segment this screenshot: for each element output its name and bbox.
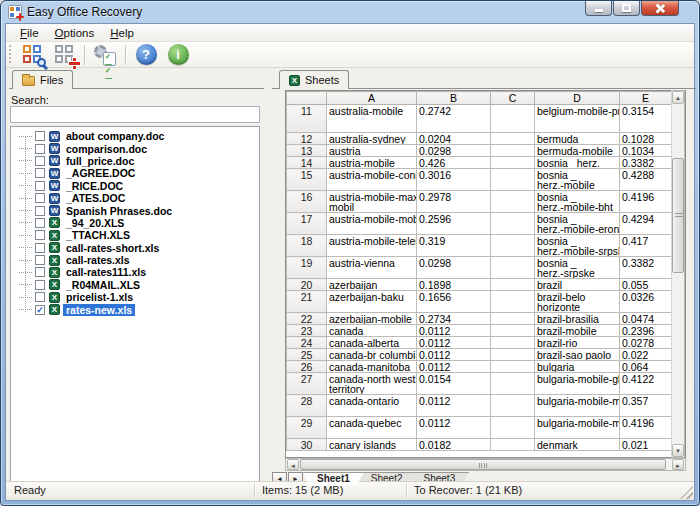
row-header: 16 — [287, 191, 327, 213]
table-row: 11australia-mobile0.2742belgium-mobile-p… — [287, 105, 672, 133]
maximize-button[interactable] — [613, 1, 640, 16]
scroll-down-icon[interactable]: ▼ — [672, 444, 684, 457]
about-button[interactable]: i — [162, 43, 194, 67]
file-checkbox[interactable] — [35, 230, 45, 240]
file-checkbox[interactable] — [35, 156, 45, 166]
spreadsheet-grid: ABCDE11australia-mobile0.2742belgium-mob… — [285, 90, 686, 458]
file-name: Spanish Phrases.doc — [63, 205, 175, 217]
table-row: 25canada-br columbia0.0112brazil-sao pao… — [287, 349, 672, 361]
toolbar-grip-icon — [9, 45, 13, 65]
file-checkbox[interactable] — [35, 280, 45, 290]
file-checkbox[interactable] — [35, 218, 45, 228]
file-checkbox[interactable] — [35, 292, 45, 302]
tab-sheets[interactable]: X Sheets — [279, 70, 349, 89]
cell-a23: canada — [327, 325, 417, 337]
table-row: 30canary islands0.0182denmark0.021 — [287, 439, 672, 451]
row-header: 25 — [287, 349, 327, 361]
cell-e21: 0.0326 — [620, 291, 672, 313]
file-item[interactable]: Xcall-rates111.xls — [11, 266, 259, 278]
close-button[interactable] — [641, 1, 679, 16]
recover-files-button[interactable] — [48, 43, 80, 67]
table-row: 29canada-quebec0.0112bulgaria-mobile-mc0… — [287, 417, 672, 439]
file-item[interactable]: ✓Xrates-new.xls — [11, 303, 259, 315]
scroll-right-icon[interactable]: ► — [672, 459, 684, 470]
file-item[interactable]: Xcall-rates-short.xls — [11, 242, 259, 254]
cell-e23: 0.2396 — [620, 325, 672, 337]
file-item[interactable]: X_R04MAIL.XLS — [11, 279, 259, 291]
toolbar-separator — [125, 45, 126, 65]
file-name: rates-new.xls — [63, 304, 135, 316]
file-item[interactable]: Xpricelist-1.xls — [11, 291, 259, 303]
status-divider — [254, 484, 255, 498]
table-row: 14austria-mobile0.426bosnia _herz.0.3382 — [287, 157, 672, 169]
open-files-button[interactable] — [16, 43, 48, 67]
file-item[interactable]: X_94_20.XLS — [11, 217, 259, 229]
search-input[interactable] — [10, 106, 260, 123]
search-label: Search: — [11, 94, 49, 106]
scroll-up-icon[interactable]: ▲ — [672, 91, 684, 104]
cell-b12: 0.0204 — [417, 133, 491, 145]
cell-c12 — [491, 133, 535, 145]
horizontal-scrollbar[interactable]: ◄ ► — [285, 458, 686, 471]
resize-grip-icon[interactable] — [680, 486, 693, 499]
file-tree[interactable]: Wabout company.docWcomparison.docWfull_p… — [10, 126, 260, 482]
menu-help[interactable]: Help — [102, 26, 142, 40]
table-row: 13austria0.0298bermuda-mobile0.1034 — [287, 145, 672, 157]
file-checkbox[interactable] — [35, 206, 45, 216]
doc-file-icon: W — [49, 131, 60, 142]
menu-file[interactable]: File — [12, 26, 47, 40]
file-item[interactable]: W_AGREE.DOC — [11, 167, 259, 179]
file-item[interactable]: Wabout company.doc — [11, 130, 259, 142]
scroll-left-icon[interactable]: ◄ — [287, 459, 299, 470]
doc-file-icon: W — [49, 155, 60, 166]
xls-file-icon: X — [49, 230, 60, 241]
file-checkbox[interactable] — [35, 144, 45, 154]
file-checkbox[interactable] — [35, 243, 45, 253]
table-row: 16austria-mobile-max mobil0.2978bosnia _… — [287, 191, 672, 213]
cell-a20: azerbaijan — [327, 279, 417, 291]
file-item[interactable]: W_RICE.DOC — [11, 180, 259, 192]
row-header: 18 — [287, 235, 327, 257]
minimize-button[interactable] — [585, 1, 612, 16]
table-row: 20azerbaijan0.1898brazil0.055 — [287, 279, 672, 291]
window-title: Easy Office Recovery — [27, 5, 142, 19]
cell-a28: canada-ontario — [327, 395, 417, 417]
tab-files[interactable]: Files — [12, 70, 73, 89]
vertical-scroll-thumb[interactable] — [672, 158, 684, 273]
office-grid-search-icon — [23, 45, 42, 64]
cell-d11: belgium-mobile-prc — [535, 105, 620, 133]
sheet-tab-sheet1[interactable]: Sheet1 — [303, 472, 364, 486]
status-ready: Ready — [14, 484, 46, 496]
file-name: call-rates-short.xls — [63, 242, 162, 254]
cell-c29 — [491, 417, 535, 439]
row-header: 15 — [287, 169, 327, 191]
help-button[interactable]: ? — [130, 43, 162, 67]
file-item[interactable]: W_ATES.DOC — [11, 192, 259, 204]
file-name: _ATES.DOC — [63, 192, 128, 204]
options-button[interactable]: ✓—✓— — [89, 43, 121, 67]
file-checkbox[interactable] — [35, 267, 45, 277]
menu-options[interactable]: Options — [47, 26, 103, 40]
cell-b13: 0.0298 — [417, 145, 491, 157]
file-item[interactable]: X_TTACH.XLS — [11, 229, 259, 241]
file-checkbox[interactable] — [35, 181, 45, 191]
file-checkbox[interactable] — [35, 255, 45, 265]
file-item[interactable]: WSpanish Phrases.doc — [11, 204, 259, 216]
horizontal-scroll-thumb[interactable] — [300, 459, 666, 470]
file-item[interactable]: Xcall-rates.xls — [11, 254, 259, 266]
file-checkbox[interactable] — [35, 193, 45, 203]
file-item[interactable]: Wfull_price.doc — [11, 155, 259, 167]
file-checkbox[interactable] — [35, 168, 45, 178]
file-item[interactable]: Wcomparison.doc — [11, 142, 259, 154]
file-checkbox[interactable] — [35, 131, 45, 141]
title-bar[interactable]: Easy Office Recovery — [1, 1, 699, 23]
column-header-e: E — [620, 92, 672, 105]
cell-c14 — [491, 157, 535, 169]
close-icon — [655, 4, 665, 13]
tree-connector-icon — [19, 222, 32, 223]
tree-connector-icon — [19, 160, 32, 161]
file-checkbox[interactable]: ✓ — [35, 305, 45, 315]
cell-a19: austria-vienna — [327, 257, 417, 279]
cell-c21 — [491, 291, 535, 313]
vertical-scrollbar[interactable]: ▲ ▼ — [671, 90, 685, 458]
